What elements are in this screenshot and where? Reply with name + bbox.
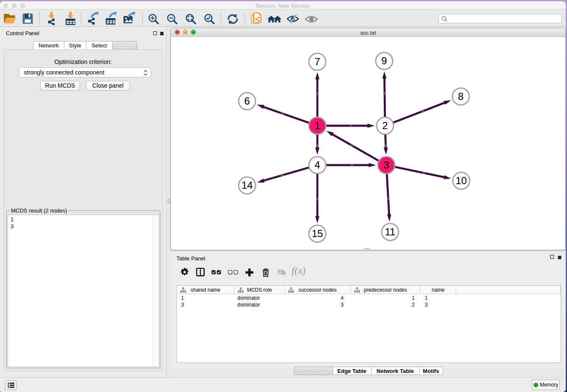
svg-text:2: 2 <box>382 120 388 131</box>
svg-text:1: 1 <box>314 120 320 131</box>
svg-text:15: 15 <box>312 228 323 239</box>
svg-text:4: 4 <box>314 159 320 171</box>
svg-text:9: 9 <box>381 55 387 66</box>
svg-text:14: 14 <box>242 179 253 191</box>
svg-text:3: 3 <box>383 159 389 171</box>
svg-text:11: 11 <box>385 226 396 237</box>
svg-text:7: 7 <box>314 56 320 67</box>
svg-text:8: 8 <box>458 91 463 102</box>
svg-text:10: 10 <box>456 175 467 186</box>
svg-text:6: 6 <box>244 95 250 107</box>
